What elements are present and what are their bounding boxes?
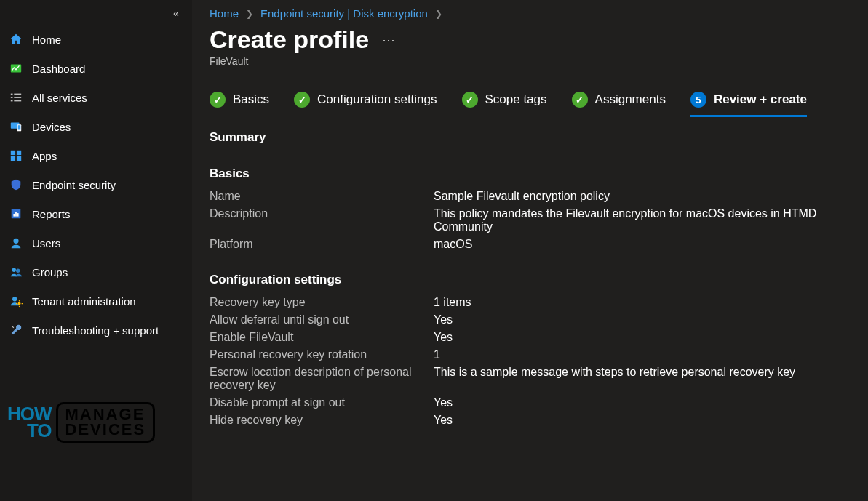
step-number-badge: 5 [690,92,706,108]
sidebar-item-label: All services [32,92,87,104]
step-review-create[interactable]: 5 Review + create [690,92,807,117]
kv-key: Hide recovery key [210,414,434,427]
page-subtitle: FileVault [210,55,868,67]
svg-rect-11 [17,151,21,155]
svg-point-20 [16,269,20,273]
sidebar-item-label: Users [32,237,60,249]
sidebar-item-users[interactable]: Users [0,228,192,257]
kv-row: Enable FileVault Yes [210,331,868,344]
step-assignments[interactable]: ✓ Assignments [572,92,666,117]
check-icon: ✓ [462,92,478,108]
collapse-sidebar-button[interactable]: « [167,4,185,22]
kv-row: Hide recovery key Yes [210,414,868,427]
svg-rect-17 [17,213,19,217]
kv-key: Personal recovery key rotation [210,348,434,361]
groups-icon [9,265,23,279]
sidebar-item-label: Home [32,33,61,46]
svg-point-19 [12,268,16,272]
svg-rect-10 [11,151,15,155]
kv-row: Description This policy mandates the Fil… [210,207,868,233]
sidebar-item-label: Dashboard [32,63,85,75]
reports-icon [9,207,23,221]
tenant-icon [9,294,23,308]
kv-row: Escrow location description of personal … [210,366,868,392]
sidebar-item-label: Devices [32,121,71,133]
sidebar-item-home[interactable]: Home [0,25,192,54]
chevron-right-icon: ❯ [435,9,442,19]
sidebar-item-endpoint-security[interactable]: Endpoint security [0,170,192,199]
nav-list: Home Dashboard All services Devices Apps [0,25,192,345]
kv-value: Yes [434,396,453,409]
breadcrumb-home[interactable]: Home [210,7,239,20]
kv-value: Yes [434,313,453,326]
svg-rect-2 [14,94,21,95]
step-label: Basics [233,92,269,107]
sidebar-item-devices[interactable]: Devices [0,112,192,141]
kv-key: Allow deferral until sign out [210,313,434,326]
sidebar-item-groups[interactable]: Groups [0,257,192,286]
check-icon: ✓ [294,92,310,108]
breadcrumb-endpoint-security[interactable]: Endpoint security | Disk encryption [260,7,428,20]
watermark-manage-devices: MANAGE DEVICES [56,402,156,443]
svg-rect-13 [17,156,21,161]
kv-key: Platform [210,238,434,251]
kv-value: 1 [434,348,440,361]
wizard-stepper: ✓ Basics ✓ Configuration settings ✓ Scop… [210,92,868,117]
kv-row: Allow deferral until sign out Yes [210,313,868,326]
chevron-right-icon: ❯ [246,9,253,19]
sidebar-item-label: Groups [32,266,68,278]
kv-key: Description [210,207,434,220]
watermark-logo: HOW TO MANAGE DEVICES [7,402,182,443]
step-label: Review + create [714,92,807,107]
dashboard-icon [9,61,23,76]
wrench-icon [9,323,23,337]
step-scope-tags[interactable]: ✓ Scope tags [462,92,547,117]
sidebar-item-reports[interactable]: Reports [0,199,192,228]
svg-rect-12 [11,156,15,161]
sidebar-item-label: Reports [32,208,71,220]
svg-rect-5 [11,100,13,102]
sidebar-item-label: Troubleshooting + support [32,324,159,337]
step-label: Scope tags [485,92,547,107]
more-actions-button[interactable]: ⋯ [382,32,397,48]
kv-key: Enable FileVault [210,331,434,344]
sidebar-item-label: Tenant administration [32,295,136,308]
svg-rect-6 [14,100,21,102]
step-label: Configuration settings [317,92,437,107]
svg-point-18 [13,239,18,244]
home-icon [9,32,23,47]
breadcrumb: Home ❯ Endpoint security | Disk encrypti… [210,7,868,20]
kv-value: Yes [434,331,453,344]
kv-key: Recovery key type [210,296,434,309]
group-title-config: Configuration settings [210,273,868,287]
step-label: Assignments [595,92,666,107]
sidebar-item-troubleshooting[interactable]: Troubleshooting + support [0,316,192,345]
list-icon [9,90,23,105]
kv-value: Yes [434,414,453,427]
sidebar-item-label: Endpoint security [32,179,116,191]
devices-icon [9,119,23,134]
step-configuration-settings[interactable]: ✓ Configuration settings [294,92,437,117]
sidebar-item-all-services[interactable]: All services [0,83,192,112]
kv-row: Recovery key type 1 items [210,296,868,309]
kv-value: Sample Filevault encryption policy [434,190,610,203]
shield-icon [9,177,23,192]
kv-value: macOS [434,238,472,251]
user-icon [9,236,23,250]
apps-icon [9,148,23,163]
kv-row: Personal recovery key rotation 1 [210,348,868,361]
chevron-double-left-icon: « [173,7,179,19]
check-icon: ✓ [210,92,226,108]
svg-rect-3 [11,97,13,98]
step-basics[interactable]: ✓ Basics [210,92,269,117]
kv-row: Disable prompt at sign out Yes [210,396,868,409]
sidebar-item-dashboard[interactable]: Dashboard [0,54,192,83]
kv-key: Disable prompt at sign out [210,396,434,409]
svg-point-22 [18,302,21,305]
main-content: Home ❯ Endpoint security | Disk encrypti… [192,0,868,501]
sidebar-item-tenant-administration[interactable]: Tenant administration [0,286,192,316]
sidebar-item-label: Apps [32,150,57,162]
svg-rect-4 [14,97,21,98]
sidebar-item-apps[interactable]: Apps [0,141,192,170]
kv-value: 1 items [434,296,471,309]
